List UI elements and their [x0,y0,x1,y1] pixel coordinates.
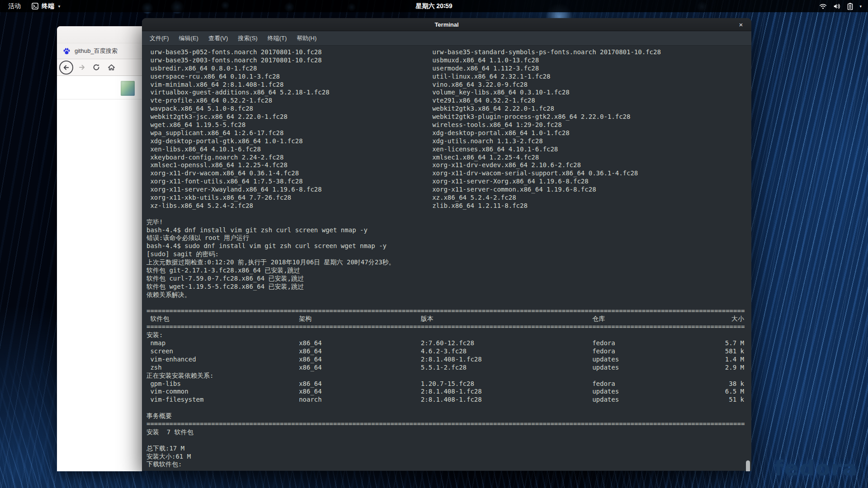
terminal-line: vim-minimal.x86_64 2:8.1.408-1.fc28vino.… [146,81,744,89]
terminal-line: usbredir.x86_64 0.8.0-1.fc28usermode.x86… [146,65,744,73]
terminal-line: ========================================… [146,420,744,428]
baidu-paw-icon [63,47,71,55]
terminal-line: xorg-x11-xkb-utils.x86_64 7.7-26.fc28xz.… [146,194,744,202]
terminal-line: ========================================… [146,307,744,315]
terminal-line: 安装大小:61 M [146,453,744,461]
terminal-line: xmlsec1-openssl.x86_64 1.2.25-4.fc28xorg… [146,161,744,169]
battery-icon [847,3,853,10]
terminal-line: ========================================… [146,323,744,331]
terminal-line: 正在安装安装依赖关系: [146,372,744,380]
terminal-line: xdg-desktop-portal-gtk.x86_64 1.0-1.fc28… [146,137,744,145]
terminal-line: 软件包 git-2.17.1-3.fc28.x86_64 已安装,跳过 [146,267,744,275]
terminal-line: 上次元数据过期检查:0:12:20 前,执行于 2018年10月06日 星期六 … [146,258,744,267]
system-tray[interactable]: ▾ [819,3,868,10]
home-button[interactable] [106,62,117,73]
activities-button[interactable]: 活动 [5,1,24,11]
browser-titlebar[interactable] [57,26,142,43]
scrollbar-thumb[interactable] [746,460,750,471]
terminal-line: 软件包 curl-7.59.0-7.fc28.x86_64 已安装,跳过 [146,275,744,283]
terminal-body[interactable]: urw-base35-p052-fonts.noarch 20170801-10… [142,46,751,471]
terminal-line [146,210,744,218]
trademark-symbol: ™ [858,468,863,474]
terminal-line: [sudo] sagit 的密码: [146,250,744,258]
terminal-line: wpa_supplicant.x86_64 1:2.6-17.fc28xdg-d… [146,129,744,137]
back-button[interactable] [59,61,73,75]
terminal-line: bash-4.4$ dnf install vim git zsh curl s… [146,226,744,235]
terminal-line: vte-profile.x86_64 0.52.2-1.fc28vte291.x… [146,97,744,105]
browser-tab[interactable]: github_百度搜索 [57,43,142,59]
clock[interactable]: 星期六 20∶59 [0,2,868,10]
terminal-line: virtualbox-guest-additions.x86_64 5.2.18… [146,89,744,97]
terminal-titlebar[interactable]: Terminal × [142,18,751,31]
terminal-line: 完毕! [146,218,744,226]
reload-button[interactable] [91,62,102,73]
terminal-line: 软件包架构版本仓库大小 [146,315,744,323]
terminal-line: urw-base35-z003-fonts.noarch 20170801-10… [146,56,744,65]
volume-icon [833,3,841,9]
forward-button[interactable] [76,62,87,73]
result-divider [57,99,142,99]
terminal-line: wavpack.x86_64 5.1.0-8.fc28webkit2gtk3.x… [146,105,744,113]
menu-file[interactable]: 文件(F) [146,33,173,44]
wifi-icon [819,3,827,9]
terminal-line: zshx86_645.5.1-2.fc28updates2.9 M [146,364,744,372]
terminal-line: xkeyboard-config.noarch 2.24-2.fc28xmlse… [146,154,744,162]
terminal-line: 下载软件包: [146,460,744,469]
browser-content[interactable] [57,76,142,471]
terminal-line: 总下载:17 M [146,445,744,453]
browser-window: github_百度搜索 [57,26,142,471]
terminal-line: xorg-x11-server-Xwayland.x86_64 1.19.6-8… [146,186,744,194]
browser-tab-title: github_百度搜索 [75,47,118,55]
terminal-line: xorg-x11-font-utils.x86_64 1:7.5-38.fc28… [146,178,744,186]
terminal-line: userspace-rcu.x86_64 0.10.1-3.fc28util-l… [146,73,744,81]
terminal-menubar: 文件(F) 编辑(E) 查看(V) 搜索(S) 终端(T) 帮助(H) [142,31,751,46]
terminal-line: 依赖关系解决。 [146,291,744,299]
terminal-line: nmapx86_642:7.60-12.fc28fedora5.7 M [146,339,744,347]
terminal-line: webkit2gtk3-jsc.x86_64 2.22.0-1.fc28webk… [146,113,744,121]
terminal-line: wget.x86_64 1.19.5-5.fc28wireless-tools.… [146,121,744,129]
terminal-line: xz-libs.x86_64 5.2.4-2.fc28zlib.x86_64 1… [146,202,744,210]
terminal-app-icon [32,3,38,9]
terminal-line [146,299,744,307]
terminal-line: urw-base35-p052-fonts.noarch 20170801-10… [146,48,744,56]
terminal-line: 错误:该命令必须以 root 用户运行 [146,234,744,242]
terminal-line: 软件包 wget-1.19.5-5.fc28.x86_64 已安装,跳过 [146,283,744,291]
terminal-line: bash-4.4$ sudo dnf install vim git zsh c… [146,242,744,250]
browser-navbar [57,59,142,76]
terminal-line: 事务概要 [146,412,744,420]
chevron-down-icon: ▼ [57,5,61,9]
terminal-line [146,436,744,445]
terminal-line [146,404,744,412]
menu-view[interactable]: 查看(V) [204,33,232,44]
terminal-line: xen-libs.x86_64 4.10.1-6.fc28xen-license… [146,145,744,154]
terminal-line: 安装: [146,331,744,339]
search-result-thumbnail[interactable] [121,81,135,96]
terminal-line: vim-commonx86_642:8.1.408-1.fc28updates6… [146,388,744,396]
terminal-line: vim-filesystemnoarch2:8.1.408-1.fc28upda… [146,396,744,404]
menu-help[interactable]: 帮助(H) [292,33,321,44]
caret-down-icon: ▾ [859,4,862,9]
terminal-line: 安装 7 软件包 [146,428,744,436]
fedora-logo: fedora™ [774,455,863,480]
terminal-line: screenx86_644.6.2-3.fc28fedora581 k [146,347,744,356]
terminal-output: urw-base35-p052-fonts.noarch 20170801-10… [146,48,744,469]
gnome-top-bar: 活动 终端 ▼ 星期六 20∶59 ▾ [0,0,868,12]
terminal-line: xorg-x11-drv-wacom.x86_64 0.36.1-4.fc28x… [146,169,744,178]
focused-app-menu[interactable]: 终端 ▼ [32,2,61,10]
terminal-line: gpm-libsx86_641.20.7-15.fc28fedora38 k [146,380,744,388]
terminal-window: Terminal × 文件(F) 编辑(E) 查看(V) 搜索(S) 终端(T)… [142,18,751,471]
menu-edit[interactable]: 编辑(E) [175,33,203,44]
menu-search[interactable]: 搜索(S) [234,33,261,44]
close-button[interactable]: × [735,18,747,31]
menu-terminal[interactable]: 终端(T) [264,33,291,44]
terminal-window-title: Terminal [434,21,458,28]
terminal-line: vim-enhancedx86_642:8.1.408-1.fc28update… [146,356,744,364]
focused-app-name: 终端 [42,2,54,10]
